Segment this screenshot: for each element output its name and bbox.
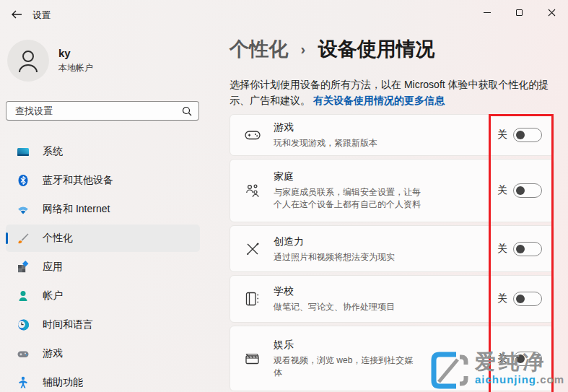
row-subtitle: 通过照片和视频将想法变为现实 bbox=[274, 251, 490, 263]
entertainment-clapper-icon bbox=[245, 352, 261, 366]
watermark-brand: 爱纯净 bbox=[475, 351, 564, 373]
row-title: 学校 bbox=[274, 285, 490, 298]
time-language-icon bbox=[17, 318, 30, 331]
breadcrumb-parent[interactable]: 个性化 bbox=[230, 38, 288, 60]
sidebar-item-time-language[interactable]: 时间和语言 bbox=[6, 311, 200, 339]
toggle-knob bbox=[516, 131, 525, 139]
page-description: 选择你计划使用设备的所有方法，以在 Microsoft 体验中获取个性化的提 示… bbox=[230, 77, 560, 108]
row-title: 家庭 bbox=[274, 170, 490, 183]
network-icon bbox=[17, 203, 30, 216]
school-toggle[interactable] bbox=[513, 292, 542, 306]
setting-row-school: 学校 做笔记、写论文、协作处理项目 关 bbox=[230, 275, 554, 323]
more-info-link[interactable]: 有关设备使用情况的更多信息 bbox=[313, 95, 445, 106]
sidebar-item-label: 蓝牙和其他设备 bbox=[43, 174, 113, 187]
setting-row-family: 家庭 与家庭成员联系，编辑安全设置，让每 个人在这个设备上都有自己的个人资料 关 bbox=[230, 159, 554, 222]
minimize-button[interactable] bbox=[471, 0, 503, 25]
sidebar-item-personalization[interactable]: 个性化 bbox=[6, 225, 200, 252]
account-name: ky bbox=[58, 47, 93, 59]
row-subtitle: 做笔记、写论文、协作处理项目 bbox=[274, 301, 490, 313]
school-notebook-icon bbox=[245, 291, 259, 307]
settings-window: 设置 ky 本地帐户 bbox=[0, 0, 568, 392]
account-header[interactable]: ky 本地帐户 bbox=[7, 40, 93, 82]
accounts-icon bbox=[17, 289, 30, 302]
minimize-icon bbox=[484, 12, 491, 13]
page-title: 个性化 › 设备使用情况 bbox=[230, 36, 435, 62]
family-icon bbox=[245, 183, 261, 199]
sidebar-item-label: 帐户 bbox=[43, 289, 63, 302]
sidebar-item-accounts[interactable]: 帐户 bbox=[6, 282, 200, 310]
creativity-icon bbox=[245, 241, 261, 257]
sidebar-item-bluetooth[interactable]: 蓝牙和其他设备 bbox=[6, 167, 200, 194]
toggle-knob bbox=[516, 245, 525, 253]
creativity-toggle[interactable] bbox=[513, 242, 542, 256]
sidebar-nav: 系统 蓝牙和其他设备 网络和 Internet bbox=[6, 138, 200, 392]
watermark-logo-icon bbox=[430, 351, 469, 390]
breadcrumb-current: 设备使用情况 bbox=[318, 38, 435, 60]
window-controls bbox=[471, 0, 568, 25]
back-arrow-icon bbox=[11, 10, 22, 19]
close-icon bbox=[548, 9, 556, 17]
avatar bbox=[7, 40, 49, 82]
sidebar-item-apps[interactable]: 应用 bbox=[6, 253, 200, 281]
maximize-button[interactable] bbox=[503, 0, 536, 25]
search-icon bbox=[182, 106, 192, 116]
apps-icon bbox=[17, 261, 30, 274]
breadcrumb-separator-icon: › bbox=[301, 41, 306, 57]
toggle-state-label: 关 bbox=[497, 129, 507, 141]
search-box bbox=[6, 101, 199, 121]
family-toggle[interactable] bbox=[513, 183, 542, 198]
close-button[interactable] bbox=[536, 0, 568, 25]
maximize-icon bbox=[516, 9, 523, 16]
setting-row-creativity: 创造力 通过照片和视频将想法变为现实 关 bbox=[230, 225, 554, 272]
sidebar-item-label: 辅助功能 bbox=[43, 376, 83, 389]
sidebar-item-label: 个性化 bbox=[43, 232, 73, 245]
person-icon bbox=[14, 46, 43, 75]
sidebar-item-label: 时间和语言 bbox=[43, 318, 93, 331]
row-title: 创造力 bbox=[274, 235, 490, 248]
row-title: 游戏 bbox=[274, 121, 490, 134]
sidebar-item-system[interactable]: 系统 bbox=[6, 138, 200, 165]
row-title: 娱乐 bbox=[274, 339, 490, 352]
sidebar-item-gaming[interactable]: 游戏 bbox=[6, 340, 200, 367]
search-input[interactable] bbox=[6, 102, 198, 120]
back-button[interactable] bbox=[6, 6, 27, 23]
sidebar-item-label: 网络和 Internet bbox=[43, 203, 110, 216]
gaming-toggle[interactable] bbox=[513, 128, 542, 142]
sidebar-item-accessibility[interactable]: 辅助功能 bbox=[6, 369, 200, 392]
setting-row-gaming: 游戏 玩和发现游戏，紧跟新版本 关 bbox=[230, 114, 554, 156]
sidebar-item-network[interactable]: 网络和 Internet bbox=[6, 196, 200, 223]
system-icon bbox=[17, 145, 30, 158]
toggle-state-label: 关 bbox=[497, 292, 507, 305]
watermark: 爱纯净 aichunjing.com bbox=[430, 351, 564, 390]
toggle-knob bbox=[516, 295, 525, 303]
personalization-icon bbox=[17, 232, 30, 245]
toggle-state-label: 关 bbox=[497, 243, 507, 256]
sidebar-item-label: 应用 bbox=[43, 261, 63, 274]
toggle-knob bbox=[516, 186, 525, 195]
window-title: 设置 bbox=[32, 9, 51, 22]
account-type: 本地帐户 bbox=[58, 62, 93, 74]
accessibility-icon bbox=[17, 376, 30, 389]
sidebar-item-label: 系统 bbox=[43, 145, 63, 158]
row-subtitle: 玩和发现游戏，紧跟新版本 bbox=[274, 137, 490, 149]
controller-icon bbox=[245, 128, 261, 142]
toggle-state-label: 关 bbox=[497, 184, 507, 197]
row-subtitle: 与家庭成员联系，编辑安全设置，让每 个人在这个设备上都有自己的个人资料 bbox=[274, 186, 490, 211]
bluetooth-icon bbox=[17, 174, 30, 187]
sidebar-item-label: 游戏 bbox=[43, 347, 63, 360]
watermark-domain: aichunjing.com bbox=[475, 373, 564, 386]
gaming-icon bbox=[17, 347, 30, 360]
active-accent-bar bbox=[6, 232, 8, 244]
